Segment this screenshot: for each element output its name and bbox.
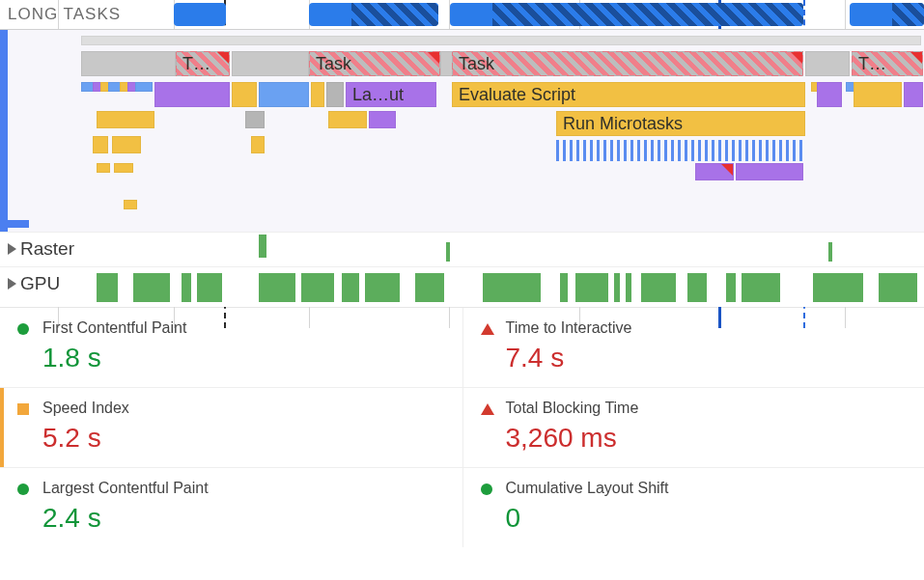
metric-value: 0 [506,503,906,534]
gpu-bar[interactable] [742,273,780,302]
raster-bar[interactable] [828,242,832,262]
gpu-bar[interactable] [197,273,222,302]
gpu-bar[interactable] [259,273,295,302]
gpu-bar[interactable] [415,273,444,302]
gpu-bar[interactable] [641,273,676,302]
flame-segment[interactable] [854,82,902,107]
gpu-bar[interactable] [182,273,191,302]
warning-icon [910,52,922,64]
flame-segment[interactable]: La…ut [346,82,436,107]
flame-segment[interactable] [154,82,230,107]
task-bar[interactable] [81,51,176,76]
long-task[interactable] [174,3,226,26]
flame-segment[interactable] [817,82,842,107]
flame-segment[interactable] [328,111,367,128]
long-task[interactable] [309,3,438,26]
long-tasks-row[interactable]: LONG TASKS [0,0,924,29]
flame-segment[interactable] [251,136,265,153]
long-task[interactable] [850,3,924,26]
flame-segment[interactable] [245,111,265,128]
task-bar[interactable]: T… [176,51,230,76]
long-task[interactable] [450,3,803,26]
thread-marker [0,30,8,232]
gpu-bar[interactable] [614,273,620,302]
flame-segment[interactable] [695,163,734,180]
flame-segment[interactable] [114,163,133,173]
thread-tail [8,220,29,228]
gpu-bar[interactable] [879,273,917,302]
gpu-bar[interactable] [365,273,400,302]
flame-segment[interactable] [904,82,923,107]
flame-chart[interactable]: T… Task Task T… La…ut Evaluate Script [0,29,924,232]
flame-segment[interactable] [736,163,803,180]
raster-track[interactable]: Raster [0,232,924,266]
gpu-bar[interactable] [626,273,631,302]
gpu-bar[interactable] [687,273,707,302]
track-label: Raster [20,238,74,260]
flame-label: Evaluate Script [459,85,575,104]
flame-segment[interactable] [97,111,154,128]
metric-label: Cumulative Layout Shift [506,480,906,497]
warning-icon [791,52,802,64]
flame-segment[interactable] [369,111,396,128]
metric-value: 1.8 s [42,343,443,373]
gpu-bar[interactable] [97,273,118,302]
flame-segment[interactable] [93,136,108,153]
flame-label: Run Microtasks [563,114,683,133]
metric-cls[interactable]: Cumulative Layout Shift 0 [462,467,925,547]
metric-tbt[interactable]: Total Blocking Time 3,260 ms [462,387,925,467]
chevron-right-icon[interactable] [8,278,16,290]
metric-tti[interactable]: Time to Interactive 7.4 s [462,308,925,387]
gpu-bar[interactable] [301,273,334,302]
metric-lcp[interactable]: Largest Contentful Paint 2.4 s [0,467,462,547]
flame-segment[interactable] [124,200,137,209]
task-label: T… [182,54,210,73]
metric-si[interactable]: Speed Index 5.2 s [0,387,462,467]
task-bar[interactable] [232,51,309,76]
flame-segment[interactable] [311,82,324,107]
metric-label: First Contentful Paint [42,319,443,337]
warning-icon [428,52,439,64]
gpu-bar[interactable] [483,273,541,302]
metrics-grid: First Contentful Paint 1.8 s Time to Int… [0,307,924,547]
task-bar[interactable]: Task [309,51,440,76]
flame-segment[interactable]: Evaluate Script [452,82,805,107]
task-label: T… [858,54,886,73]
metric-fcp[interactable]: First Contentful Paint 1.8 s [0,308,462,387]
flame-segment[interactable] [135,82,153,92]
gpu-bar[interactable] [813,273,863,302]
gpu-track[interactable]: GPU [0,266,924,307]
metric-value: 5.2 s [42,423,443,454]
status-neutral-icon [17,403,29,415]
status-good-icon [481,483,492,495]
task-bar[interactable]: T… [852,51,923,76]
flame-segment[interactable] [112,136,141,153]
raster-bar[interactable] [446,242,450,262]
chevron-right-icon[interactable] [8,243,16,255]
microtasks-ticks [556,140,805,161]
task-label: Task [316,54,351,73]
gpu-bar[interactable] [726,273,736,302]
metric-value: 3,260 ms [506,423,906,454]
flame-segment[interactable] [97,163,110,173]
metric-label: Largest Contentful Paint [42,480,443,497]
task-label: Task [459,54,494,73]
status-good-icon [17,323,29,335]
metric-value: 7.4 s [506,343,906,373]
gpu-bar[interactable] [342,273,359,302]
flame-segment[interactable] [259,82,309,107]
gpu-bar[interactable] [560,273,568,302]
metric-value: 2.4 s [42,503,443,534]
status-good-icon [17,483,29,495]
task-bar[interactable] [805,51,850,76]
long-tasks-label: LONG TASKS [8,5,121,24]
gpu-bar[interactable] [575,273,608,302]
flame-segment[interactable] [232,82,257,107]
raster-bar[interactable] [259,235,266,258]
overview-bar [81,36,921,45]
gpu-bar[interactable] [133,273,170,302]
flame-segment[interactable]: Run Microtasks [556,111,805,136]
flame-segment[interactable] [326,82,344,107]
metric-label: Total Blocking Time [506,400,906,417]
task-bar[interactable]: Task [452,51,803,76]
